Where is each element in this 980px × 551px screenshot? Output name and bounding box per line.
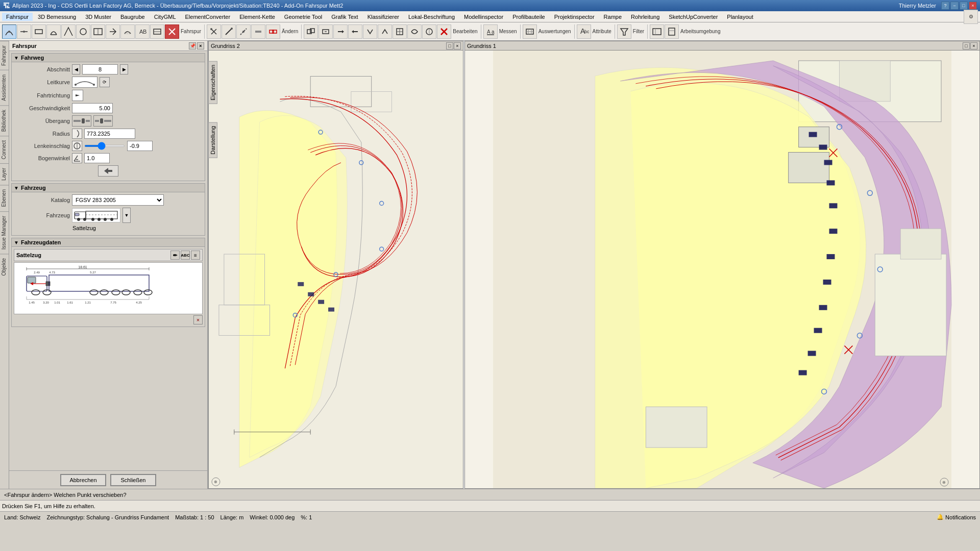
leitkurve-btn[interactable]	[72, 77, 97, 88]
toolbar-arbeitsumgebung-btn1[interactable]	[650, 24, 664, 39]
far-left-tab-ebenen[interactable]: Ebenen	[0, 185, 9, 211]
far-left-tab-layer[interactable]: Layer	[0, 163, 9, 185]
toolbar-bearbeiten4-btn[interactable]	[348, 24, 362, 39]
abschnitt-next-btn[interactable]: ▶	[120, 64, 128, 74]
apply-arrow-btn[interactable]	[98, 165, 118, 177]
section-fahrzeugdaten-header[interactable]: ▼ Fahrzeugdaten	[11, 238, 205, 247]
panel-close-btn-icon[interactable]: ×	[197, 42, 204, 49]
menu-item-projektinspector[interactable]: Projektinspector	[550, 13, 599, 21]
menu-item-3dbem[interactable]: 3D Bemessung	[34, 13, 80, 21]
far-left-tab-assistenten[interactable]: Assistenten	[0, 70, 9, 105]
menu-item-modellinspector[interactable]: Modellinspector	[460, 13, 507, 21]
help-btn[interactable]: ?	[941, 2, 949, 10]
toolbar-aendern2-btn[interactable]	[222, 24, 236, 39]
far-left-tab-objekte[interactable]: Objekte	[0, 254, 9, 280]
toolbar-fahrspur1-btn[interactable]	[2, 24, 16, 39]
abbrechen-btn[interactable]: Abbrechen	[60, 474, 106, 486]
far-left-tab-bibliothek[interactable]: Bibliothek	[0, 105, 9, 136]
eigenschaften-tab[interactable]: Eigenschaften	[208, 61, 217, 104]
toolbar-bearbeiten2-btn[interactable]	[318, 24, 333, 39]
toolbar-messen-btn[interactable]: Aa	[483, 24, 498, 39]
menu-item-planlayout[interactable]: Planlayout	[723, 13, 757, 21]
toolbar-aendern1-btn[interactable]	[207, 24, 221, 39]
viewport1-maximize-btn[interactable]: □	[963, 42, 970, 49]
far-left-tab-issue[interactable]: Issue Manager	[0, 211, 9, 254]
toolbar-filter-btn[interactable]	[617, 24, 631, 39]
toolbar-fahrspur5-btn[interactable]	[61, 24, 76, 39]
section-fahrzeug-header[interactable]: ▼ Fahrzeug	[11, 183, 205, 192]
toolbar-fahrspur9-btn[interactable]	[120, 24, 135, 39]
toolbar-attribute-btn[interactable]: Abc	[577, 24, 591, 39]
fahrzeugdaten-close-btn[interactable]: ×	[193, 315, 203, 324]
toolbar-bearbeiten10-btn[interactable]	[437, 24, 451, 39]
close-btn-title[interactable]: ×	[969, 2, 977, 10]
section-fahrweg-header[interactable]: ▼ Fahrweg	[11, 53, 205, 62]
fd-edit-icon[interactable]: ✏	[170, 251, 180, 260]
toolbar-fahrspur2-btn[interactable]	[17, 24, 31, 39]
toolbar-fahrspur3-btn[interactable]	[32, 24, 46, 39]
menu-item-3dmuster[interactable]: 3D Muster	[81, 13, 115, 21]
uebergang-btn1[interactable]	[72, 115, 91, 127]
radius-input[interactable]	[84, 129, 135, 139]
far-left-tab-connect[interactable]: Connect	[0, 136, 9, 163]
abschnitt-prev-btn[interactable]: ◀	[72, 64, 80, 74]
fahrtrichtung-btn[interactable]	[72, 90, 83, 101]
toolbar-auswertungen-btn[interactable]	[523, 24, 537, 39]
menu-item-elementkette[interactable]: Element-Kette	[235, 13, 279, 21]
toolbar-bearbeiten9-btn[interactable]	[422, 24, 436, 39]
toolbar-fahrspur7-btn[interactable]	[91, 24, 105, 39]
toolbar-fahrspur4-btn[interactable]	[46, 24, 61, 39]
toolbar-arbeitsumgebung-btn2[interactable]	[665, 24, 679, 39]
toolbar-fahrspur11-btn[interactable]	[150, 24, 164, 39]
lenkeinschlag-input[interactable]	[127, 141, 153, 151]
katalog-select[interactable]: FGSV 283 2005 SN 640 273a RASt 06	[72, 194, 164, 206]
toolbar-bearbeiten6-btn[interactable]	[378, 24, 392, 39]
fd-abc-icon[interactable]: ABC	[181, 251, 190, 260]
maximize-btn[interactable]: □	[960, 2, 968, 10]
viewport1-canvas[interactable]: ⊕	[465, 51, 979, 488]
viewport1-close-btn[interactable]: ×	[970, 42, 977, 49]
menu-item-klassifizierer[interactable]: Klassifizierer	[363, 13, 403, 21]
viewport2-maximize-btn[interactable]: □	[446, 42, 453, 49]
menu-item-baugrube[interactable]: Baugrube	[116, 13, 149, 21]
toolbar-aendern5-btn[interactable]	[266, 24, 280, 39]
uebergang-btn2[interactable]	[93, 115, 113, 127]
menu-item-rohrleitung[interactable]: Rohrleitung	[627, 13, 664, 21]
darstellung-tab[interactable]: Darstellung	[208, 122, 217, 158]
menu-item-grafik[interactable]: Grafik Text	[327, 13, 362, 21]
menu-item-fahrspur[interactable]: Fahrspur	[2, 13, 33, 21]
settings-gear-btn[interactable]: ⚙	[964, 10, 978, 24]
menu-item-profil[interactable]: Profilbauteile	[508, 13, 549, 21]
minimize-btn[interactable]: −	[950, 2, 959, 10]
panel-pin-btn[interactable]: 📌	[189, 42, 196, 49]
notifications-status[interactable]: 🔔 Notifications	[937, 514, 976, 520]
fd-menu-icon[interactable]: ≡	[191, 251, 200, 260]
schliessen-btn[interactable]: Schließen	[110, 474, 156, 486]
toolbar-aendern4-btn[interactable]	[251, 24, 265, 39]
toolbar-fahrspur6-btn[interactable]	[76, 24, 90, 39]
viewport2-canvas[interactable]: ⊕	[209, 51, 463, 488]
toolbar-bearbeiten1-btn[interactable]	[304, 24, 318, 39]
viewport2-close-btn[interactable]: ×	[454, 42, 461, 49]
fahrzeug-dropdown-btn[interactable]: ▼	[122, 208, 131, 223]
toolbar-bearbeiten5-btn[interactable]	[363, 24, 377, 39]
geschwindigkeit-input[interactable]	[72, 103, 113, 113]
toolbar-bearbeiten3-btn[interactable]	[333, 24, 348, 39]
far-left-tab-fahrspur[interactable]: Fahrspur	[0, 41, 9, 70]
bogenwinkel-input[interactable]	[84, 153, 110, 163]
leitkurve-spin-btn[interactable]: ⟳	[100, 77, 110, 87]
abschnitt-input[interactable]	[82, 64, 118, 74]
menu-item-sketchup[interactable]: SketchUpConverter	[665, 13, 722, 21]
toolbar-bearbeiten8-btn[interactable]	[407, 24, 422, 39]
toolbar-fahrspur12-btn[interactable]	[165, 24, 179, 39]
toolbar-aendern3-btn[interactable]	[236, 24, 251, 39]
menu-item-geometrie[interactable]: Geometrie Tool	[280, 13, 326, 21]
menu-item-elementconverter[interactable]: ElementConverter	[181, 13, 235, 21]
menu-item-lokal[interactable]: Lokal-Beschriftung	[404, 13, 459, 21]
menu-item-rampe[interactable]: Rampe	[600, 13, 626, 21]
menu-item-citygml[interactable]: CityGML	[150, 13, 180, 21]
lenkeinschlag-slider[interactable]	[84, 145, 125, 147]
toolbar-fahrspur8-btn[interactable]	[106, 24, 120, 39]
toolbar-fahrspur10-btn[interactable]: AB	[135, 24, 150, 39]
toolbar-bearbeiten7-btn[interactable]	[393, 24, 407, 39]
